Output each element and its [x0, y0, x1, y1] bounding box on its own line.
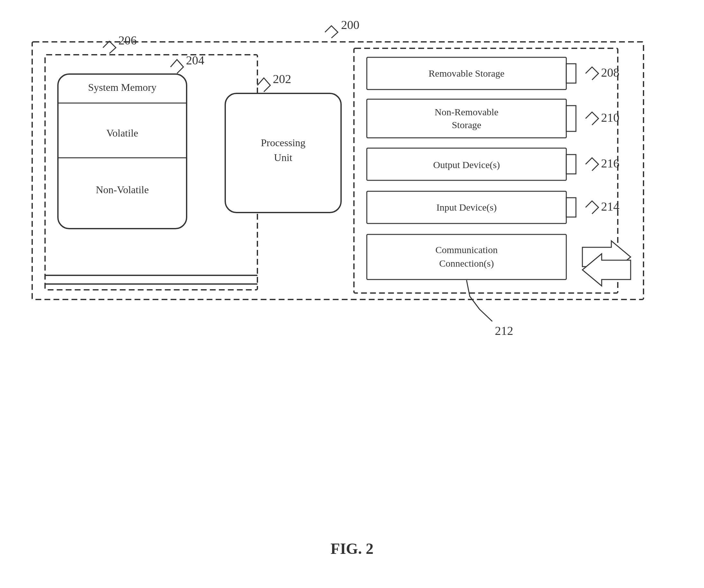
zigzag-208: [586, 67, 598, 80]
zigzag-200: [325, 26, 338, 38]
zigzag-214: [586, 201, 598, 214]
input-devices-label: Input Device(s): [436, 202, 496, 213]
comm-connections-box: [367, 234, 566, 279]
figure-caption: FIG. 2: [331, 540, 373, 557]
removable-storage-label: Removable Storage: [428, 68, 505, 78]
line-212: [467, 280, 492, 321]
zigzag-204: [171, 60, 183, 73]
label-204: 204: [186, 53, 204, 67]
label-216: 216: [601, 157, 620, 170]
label-202: 202: [273, 72, 291, 86]
non-removable-storage-box: [367, 99, 566, 138]
zigzag-210: [586, 112, 598, 125]
non-removable-storage-label1: Non-Removable: [435, 107, 498, 117]
label-206: 206: [118, 34, 137, 47]
processing-unit-label2: Unit: [274, 152, 292, 163]
label-212: 212: [495, 324, 513, 337]
zigzag-202: [257, 78, 270, 92]
volatile-label: Volatile: [107, 127, 138, 139]
system-memory-title: System Memory: [88, 82, 156, 93]
nonvolatile-label: Non-Volatile: [96, 184, 149, 196]
label-200: 200: [341, 18, 359, 32]
non-removable-storage-nub: [566, 106, 576, 131]
label-210: 210: [601, 111, 620, 124]
non-removable-storage-label2: Storage: [452, 119, 481, 130]
processing-unit-label1: Processing: [261, 137, 306, 149]
label-214: 214: [601, 200, 620, 213]
label-208: 208: [601, 66, 620, 79]
zigzag-216: [586, 158, 598, 171]
removable-storage-nub: [566, 64, 576, 83]
zigzag-206: [103, 41, 116, 53]
output-devices-label: Output Device(s): [433, 159, 500, 170]
comm-connections-label2: Connection(s): [439, 258, 494, 269]
input-devices-nub: [566, 198, 576, 217]
system-memory-box: [58, 74, 187, 229]
output-devices-nub: [566, 155, 576, 174]
comm-connections-label1: Communication: [435, 245, 497, 255]
